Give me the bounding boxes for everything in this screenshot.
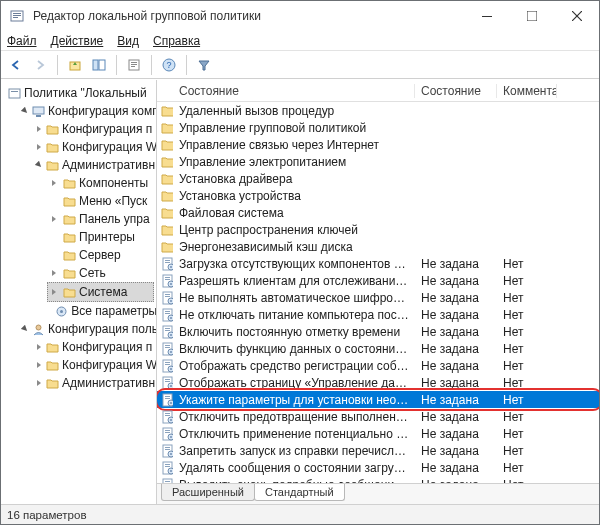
list-body[interactable]: Удаленный вызов процедурУправление групп… — [157, 102, 599, 483]
tree-user-windows[interactable]: Конфигурация W — [33, 356, 154, 374]
expand-icon[interactable] — [35, 360, 43, 370]
policy-icon — [157, 444, 173, 458]
list-policy-row[interactable]: Отображать страницу «Управление данным с… — [157, 374, 599, 391]
list-folder-row[interactable]: Установка драйвера — [157, 170, 599, 187]
tree-start-menu[interactable]: ·Меню «Пуск — [47, 192, 154, 210]
svg-rect-45 — [165, 328, 170, 329]
list-policy-row[interactable]: Включить функцию данных о состоянии сист… — [157, 340, 599, 357]
policy-icon — [157, 325, 173, 339]
tree-computer-config[interactable]: Конфигурация комп — [19, 102, 154, 120]
list-folder-row[interactable]: Управление электропитанием — [157, 153, 599, 170]
cell-name: Файловая система — [173, 206, 415, 220]
list-policy-row[interactable]: Запретить запуск из справки перечисленны… — [157, 442, 599, 459]
list-policy-row[interactable]: Загрузка отсутствующих компонентов модел… — [157, 255, 599, 272]
tree-server[interactable]: ·Сервер — [47, 246, 154, 264]
list-policy-row[interactable]: Укажите параметры для установки необязат… — [157, 391, 599, 408]
menubar: Файл Действие Вид Справка — [1, 31, 599, 51]
cell-name: Центр распространения ключей — [173, 223, 415, 237]
folder-icon — [157, 139, 173, 151]
menu-view[interactable]: Вид — [117, 34, 139, 48]
tree-components[interactable]: Компоненты — [47, 174, 154, 192]
list-folder-row[interactable]: Удаленный вызов процедур — [157, 102, 599, 119]
list-policy-row[interactable]: Отключить применение потенциально опасны… — [157, 425, 599, 442]
tree-windows-settings[interactable]: Конфигурация W — [33, 138, 154, 156]
collapse-icon[interactable] — [21, 106, 29, 116]
list-policy-row[interactable]: Выводить очень подробные сообщения о сос… — [157, 476, 599, 483]
svg-rect-31 — [165, 279, 170, 280]
minimize-button[interactable] — [464, 1, 509, 31]
list-policy-row[interactable]: Включить постоянную отметку времениНе за… — [157, 323, 599, 340]
cell-state: Не задана — [415, 478, 497, 484]
list-folder-row[interactable]: Управление групповой политикой — [157, 119, 599, 136]
menu-help[interactable]: Справка — [153, 34, 200, 48]
list-policy-row[interactable]: Не выполнять автоматическое шифрование ф… — [157, 289, 599, 306]
folder-icon — [62, 266, 76, 280]
list-policy-row[interactable]: Удалять сообщения о состоянии загрузки/з… — [157, 459, 599, 476]
svg-rect-50 — [165, 345, 170, 346]
forward-button[interactable] — [29, 54, 51, 76]
help-button[interactable]: ? — [158, 54, 180, 76]
back-button[interactable] — [5, 54, 27, 76]
show-tree-button[interactable] — [88, 54, 110, 76]
list-policy-row[interactable]: Отключить предотвращение выполнения данн… — [157, 408, 599, 425]
tree-software-settings[interactable]: Конфигурация п — [33, 120, 154, 138]
expand-icon[interactable] — [35, 342, 43, 352]
expand-icon[interactable] — [49, 268, 59, 278]
collapse-icon[interactable] — [35, 160, 43, 170]
expand-icon[interactable] — [35, 378, 43, 388]
svg-rect-91 — [165, 483, 170, 484]
list-policy-row[interactable]: Не отключать питание компьютера после за… — [157, 306, 599, 323]
expand-icon[interactable] — [35, 142, 43, 152]
menu-file[interactable]: Файл — [7, 34, 37, 48]
collapse-icon[interactable] — [21, 324, 29, 334]
properties-button[interactable] — [123, 54, 145, 76]
tree-user-software[interactable]: Конфигурация п — [33, 338, 154, 356]
cell-state: Не задана — [415, 325, 497, 339]
list-folder-row[interactable]: Файловая система — [157, 204, 599, 221]
policy-icon — [157, 427, 173, 441]
tree-system[interactable]: Система — [47, 282, 154, 302]
folder-icon — [62, 285, 76, 299]
toolbar: ? — [1, 51, 599, 79]
up-button[interactable] — [64, 54, 86, 76]
expand-icon[interactable] — [49, 214, 59, 224]
svg-point-28 — [170, 266, 172, 268]
list-folder-row[interactable]: Центр распространения ключей — [157, 221, 599, 238]
cell-comment: Нет — [497, 359, 557, 373]
expand-icon[interactable] — [35, 124, 43, 134]
tree-user-admin[interactable]: Административн — [33, 374, 154, 392]
filter-button[interactable] — [193, 54, 215, 76]
list-folder-row[interactable]: Установка устройства — [157, 187, 599, 204]
tree-user-config[interactable]: Конфигурация польз — [19, 320, 154, 338]
expand-icon[interactable] — [49, 178, 59, 188]
policy-icon — [7, 86, 21, 100]
cell-comment: Нет — [497, 325, 557, 339]
tree-root[interactable]: Политика "Локальный — [5, 84, 154, 102]
svg-rect-56 — [165, 364, 170, 365]
column-state[interactable]: Состояние — [415, 84, 497, 98]
column-name[interactable]: Состояние — [157, 84, 415, 98]
tab-standard[interactable]: Стандартный — [254, 484, 345, 501]
close-button[interactable] — [554, 1, 599, 31]
policy-icon — [157, 291, 173, 305]
list-policy-row[interactable]: Разрешять клиентам для отслеживания изме… — [157, 272, 599, 289]
tab-extended[interactable]: Расширенный — [161, 484, 255, 501]
tree-all-settings[interactable]: ·Все параметры — [47, 302, 154, 320]
maximize-button[interactable] — [509, 1, 554, 31]
svg-rect-70 — [165, 413, 170, 414]
tree-network[interactable]: Сеть — [47, 264, 154, 282]
list-folder-row[interactable]: Управление связью через Интернет — [157, 136, 599, 153]
column-comment[interactable]: Комментар — [497, 84, 557, 98]
folder-icon — [62, 194, 76, 208]
tree-pane[interactable]: Политика "Локальный Конфигурация комп Ко… — [1, 80, 157, 504]
list-folder-row[interactable]: Энергонезависимый кэш диска — [157, 238, 599, 255]
tree-printers[interactable]: ·Принтеры — [47, 228, 154, 246]
menu-action[interactable]: Действие — [51, 34, 104, 48]
tree-label: Сеть — [79, 264, 106, 282]
list-policy-row[interactable]: Отображать средство регистрации событий … — [157, 357, 599, 374]
cell-name: Разрешять клиентам для отслеживания изме… — [173, 274, 415, 288]
folder-icon — [62, 212, 76, 226]
expand-icon[interactable] — [49, 287, 59, 297]
tree-control-panel[interactable]: Панель упра — [47, 210, 154, 228]
tree-admin-templates[interactable]: Административн — [33, 156, 154, 174]
